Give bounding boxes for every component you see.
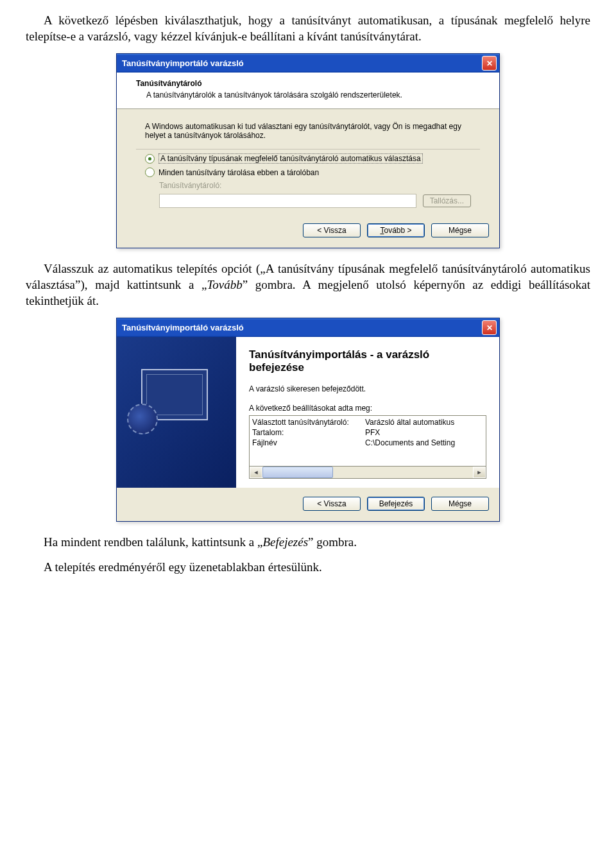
wizard-store-dialog: Tanúsítványimportáló varázsló ✕ Tanúsítv…	[116, 53, 500, 248]
wizard-sidebar-graphic	[117, 337, 236, 488]
list-key: Választott tanúsítványtároló:	[252, 417, 365, 427]
radio-manual-label: Minden tanúsítvány tárolása ebben a táro…	[158, 168, 319, 177]
horizontal-scrollbar[interactable]: ◄ ►	[249, 467, 486, 479]
divider	[136, 149, 480, 150]
wizard-settings-label: A következő beállításokat adta meg:	[249, 404, 486, 413]
certificate-icon	[141, 369, 208, 420]
wizard-finish-dialog: Tanúsítványimportáló varázsló ✕ Tanúsítv…	[116, 318, 500, 522]
settings-listbox: Választott tanúsítványtároló: Tartalom: …	[249, 415, 486, 467]
radio-auto-label: A tanúsítvány típusának megfelelő tanúsí…	[158, 153, 423, 164]
close-icon[interactable]: ✕	[482, 56, 497, 71]
radio-manual-store[interactable]: Minden tanúsítvány tárolása ebben a táro…	[145, 167, 471, 177]
radio-icon	[145, 167, 155, 177]
scroll-right-icon[interactable]: ►	[473, 467, 486, 478]
wizard-step-desc: A tanúsítványtárolók a tanúsítványok tár…	[146, 90, 480, 99]
radio-icon	[145, 154, 155, 164]
list-key: Tartalom:	[252, 427, 365, 438]
titlebar: Tanúsítványimportáló varázsló ✕	[117, 318, 499, 337]
close-icon[interactable]: ✕	[482, 320, 497, 335]
dialog-title: Tanúsítványimportáló varázsló	[122, 323, 244, 332]
cancel-button[interactable]: Mégse	[431, 223, 489, 237]
cancel-button[interactable]: Mégse	[431, 497, 489, 511]
paragraph-1: A következő lépésben kiválaszthatjuk, ho…	[26, 13, 590, 44]
radio-auto-store[interactable]: A tanúsítvány típusának megfelelő tanúsí…	[145, 153, 471, 164]
store-path-input	[159, 194, 416, 208]
scroll-left-icon[interactable]: ◄	[250, 467, 262, 478]
paragraph-2: Válasszuk az automatikus telepítés opció…	[26, 261, 590, 309]
list-value: PFX	[365, 427, 455, 438]
next-button[interactable]: Tovább >	[367, 223, 425, 237]
paragraph-4: A telepítés eredményéről egy üzenetablak…	[26, 560, 590, 576]
dialog-title: Tanúsítványimportáló varázsló	[122, 58, 244, 68]
wizard-step-title: Tanúsítványtároló	[136, 79, 480, 88]
wizard-intro-text: A Windows automatikusan ki tud választan…	[145, 122, 471, 140]
list-value: Varázsló által automatikus	[365, 417, 455, 427]
wizard-success-text: A varázsló sikeresen befejeződött.	[249, 384, 486, 393]
back-button[interactable]: < Vissza	[303, 497, 361, 511]
wizard-finish-heading: Tanúsítványimportálás - a varázsló befej…	[249, 348, 486, 374]
list-key: Fájlnév	[252, 438, 365, 448]
titlebar: Tanúsítványimportáló varázsló ✕	[117, 54, 499, 73]
browse-button: Tallózás...	[423, 194, 471, 207]
store-field-label: Tanúsítványtároló:	[159, 181, 471, 190]
list-value: C:\Documents and Setting	[365, 438, 455, 448]
paragraph-3: Ha mindent rendben találunk, kattintsunk…	[26, 535, 590, 551]
scroll-thumb[interactable]	[262, 467, 333, 478]
finish-button[interactable]: Befejezés	[367, 497, 425, 511]
back-button[interactable]: < Vissza	[303, 223, 361, 237]
